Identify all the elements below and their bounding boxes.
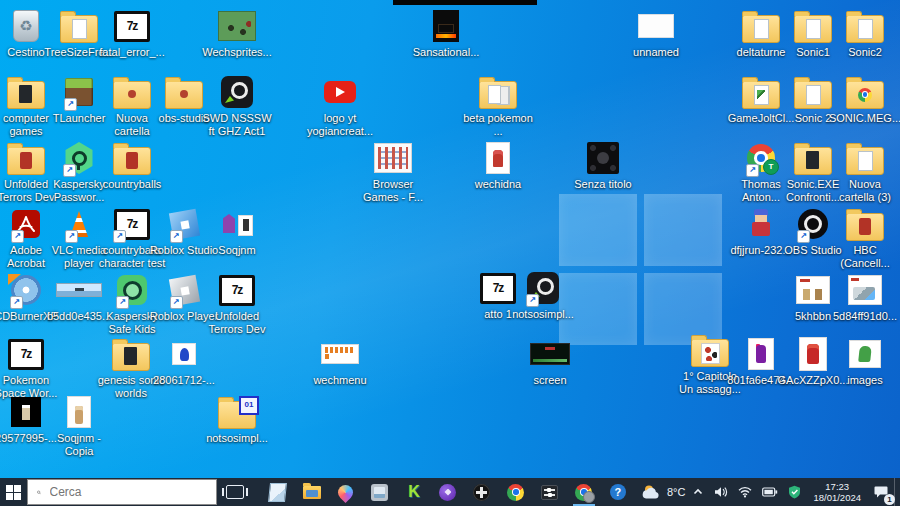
folder-icon <box>742 15 780 43</box>
system-tray: 8°C <box>635 478 900 506</box>
taskbar-app-gamepad-app[interactable] <box>465 478 499 506</box>
desktop-icon-label: images <box>847 374 882 387</box>
shortcut-arrow-icon: ↗ <box>64 98 77 111</box>
desktop-icon[interactable]: Nuova cartella (3) <box>830 140 900 203</box>
desktop-icon[interactable]: Browser Games - F... <box>358 140 428 203</box>
taskbar-app-mixer-app[interactable] <box>533 478 567 506</box>
temperature-label[interactable]: 8°C <box>667 486 687 498</box>
desktop-icon[interactable]: Soqjnm - Copia <box>44 394 114 457</box>
consoles-image-thumbnail <box>848 275 882 305</box>
folder-icon <box>846 81 884 109</box>
desktop-icon-label: Cestino <box>7 46 44 59</box>
desktop-icon[interactable]: screen <box>515 336 585 387</box>
desktop-icon[interactable]: Sonic2 <box>830 8 900 59</box>
action-center-button[interactable]: 1 <box>868 478 894 506</box>
taskbar-app-photos-app[interactable] <box>363 478 397 506</box>
clock[interactable]: 17:23 18/01/2024 <box>806 481 868 503</box>
task-view-button[interactable] <box>225 478 245 506</box>
profile-badge: T <box>763 159 779 175</box>
start-button[interactable] <box>0 478 27 506</box>
desktop-icon-label: 5khbbn <box>795 310 831 323</box>
dot-overlay <box>128 90 136 98</box>
search-input[interactable] <box>48 484 207 500</box>
taskbar-search-box[interactable] <box>27 479 217 505</box>
desktop-icon[interactable]: Senza titolo <box>568 140 638 191</box>
top-window-strip <box>393 0 537 5</box>
desktop-icon-label: Senza titolo <box>574 178 631 191</box>
shortcut-arrow-icon: ↗ <box>10 296 23 309</box>
desktop-icon[interactable]: ↗notsosimpl... <box>508 270 578 321</box>
desktop-icon[interactable]: unnamed <box>621 8 691 59</box>
red-overlay <box>126 152 138 169</box>
desktop-icon[interactable]: images <box>830 336 900 387</box>
desktop-icon[interactable]: Wechsprites... <box>202 8 272 59</box>
two-sprites-thumbnail <box>221 209 253 239</box>
desktop-icon[interactable]: countryballs <box>97 140 167 191</box>
red-overlay <box>20 152 32 169</box>
desktop-icon[interactable]: Soqjnm <box>202 206 272 257</box>
desktop-icon[interactable]: logo yt yogiancreat... <box>305 74 375 137</box>
taskbar-app-purple-app[interactable] <box>431 478 465 506</box>
desktop-icon[interactable]: 28061712-... <box>149 336 219 387</box>
desktop-icon[interactable]: wechidna <box>463 140 533 191</box>
network-button[interactable] <box>733 478 757 506</box>
wide-blue-image-thumbnail <box>56 283 102 297</box>
desktop-icon[interactable]: SONIC.MEG... <box>830 74 900 125</box>
wifi-icon <box>738 486 752 498</box>
desktop-icon[interactable]: 5d84ff91d0... <box>830 272 900 323</box>
taskbar-app-file-explorer[interactable] <box>295 478 329 506</box>
desktop-icon[interactable]: 7zfatal_error_... <box>97 8 167 59</box>
taskbar-app-chrome-profile[interactable] <box>567 478 601 506</box>
o1-file-overlay: 01 <box>239 396 259 415</box>
k-letter-app-icon: K <box>408 484 420 500</box>
desktop-icon-label: notsosimpl... <box>512 308 574 321</box>
folder-icon <box>60 15 98 43</box>
file-explorer-icon <box>303 486 321 499</box>
spritesheet-image-thumbnail <box>374 143 412 173</box>
desktop-icon[interactable]: HBC (Cancell... <box>830 206 900 269</box>
dark-overlay <box>124 347 137 365</box>
tray-overflow-button[interactable] <box>687 478 709 506</box>
purple-app-icon <box>439 484 456 501</box>
red-sprite-thumbnail <box>799 337 827 371</box>
volume-button[interactable] <box>709 478 733 506</box>
show-desktop-button[interactable] <box>894 478 900 506</box>
youtube-logo-icon <box>324 81 356 103</box>
paint-drop-icon <box>335 481 356 502</box>
desktop-icon[interactable]: wechmenu <box>305 336 375 387</box>
folder-icon <box>794 15 832 43</box>
white-image-thumbnail <box>638 14 674 38</box>
desktop-icon[interactable]: 7zPokemon Space Wor... <box>0 336 61 399</box>
taskbar-app-help-app[interactable]: ? <box>601 478 635 506</box>
shortcut-arrow-icon: ↗ <box>11 230 24 243</box>
taskbar-app-notepad-app[interactable] <box>261 478 295 506</box>
pages-overlay <box>488 85 501 104</box>
battery-button[interactable] <box>757 478 783 506</box>
desktop-icon[interactable]: beta pokemon ... <box>463 74 533 137</box>
desktop-wallpaper: ♻CestinoTreeSizeFre...7zfatal_error_...W… <box>0 0 900 478</box>
desktop-icon[interactable]: SWD NSSSW ft GHZ Act1 <box>202 74 272 137</box>
weather-button[interactable] <box>635 478 667 506</box>
security-button[interactable] <box>783 478 806 506</box>
sprite2-overlay <box>701 343 720 364</box>
shortcut-arrow-icon: ↗ <box>797 230 810 243</box>
folder-icon <box>846 15 884 43</box>
purple-sprite-thumbnail <box>748 338 774 370</box>
taskbar-app-paint-app[interactable] <box>329 478 363 506</box>
help-question-icon: ? <box>610 484 626 500</box>
desktop-icon-label: SONIC.MEG... <box>829 112 900 125</box>
folder-icon <box>794 81 832 109</box>
shortcut-arrow-icon: ↗ <box>116 296 129 309</box>
taskbar-app-chrome[interactable] <box>499 478 533 506</box>
desktop-icon-label: notsosimpl... <box>206 432 268 445</box>
desktop-icon-label: Sonic2 <box>848 46 882 59</box>
black-sprite-thumbnail <box>11 397 41 427</box>
shield-check-icon <box>788 485 801 499</box>
sonic-sprite-thumbnail <box>172 343 196 365</box>
desktop-icon[interactable]: 01notsosimpl... <box>202 394 272 445</box>
mixer-settings-icon <box>541 485 558 500</box>
taskbar-app-k-app[interactable]: K <box>397 478 431 506</box>
desktop-icon[interactable]: Sansational... <box>411 8 481 59</box>
search-icon <box>37 486 41 499</box>
desktop-icon[interactable]: 7zUnfolded Terrors Dev <box>202 272 272 335</box>
